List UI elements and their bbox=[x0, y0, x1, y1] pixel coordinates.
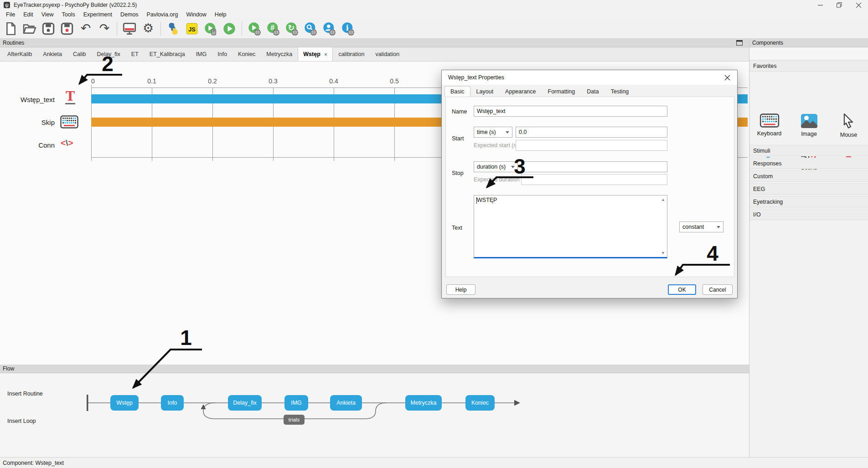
dialog-tab[interactable]: Layout bbox=[470, 86, 500, 97]
run-online-icon[interactable] bbox=[247, 21, 262, 36]
menu-item[interactable]: View bbox=[37, 11, 58, 18]
insert-loop-label[interactable]: Insert Loop bbox=[7, 418, 36, 424]
window-controls bbox=[811, 0, 868, 10]
routine-tab-label: Delay_fix bbox=[97, 51, 120, 57]
routine-tab[interactable]: Info × bbox=[212, 47, 232, 61]
sync-pavlovia-icon[interactable]: ↻ bbox=[284, 21, 299, 36]
ok-button[interactable]: OK bbox=[668, 284, 696, 295]
time-tick-label: 0.2 bbox=[208, 77, 217, 85]
routine-tab[interactable]: Koniec × bbox=[232, 47, 261, 61]
redo-icon[interactable]: ↷ bbox=[97, 21, 112, 36]
pavlovia-user-icon[interactable] bbox=[322, 21, 336, 36]
stop-value-input[interactable] bbox=[521, 161, 667, 172]
expected-start-input[interactable] bbox=[516, 140, 667, 151]
component-image[interactable]: Image bbox=[789, 110, 829, 138]
component-section[interactable]: I/O bbox=[749, 209, 868, 220]
flow-routine-info[interactable]: Info bbox=[161, 395, 184, 411]
name-input[interactable] bbox=[474, 106, 667, 117]
timeline-row-label: Skip bbox=[0, 118, 55, 126]
flow-loop-trials[interactable]: trials bbox=[284, 415, 305, 425]
component-mouse[interactable]: Mouse bbox=[829, 110, 868, 138]
insert-routine-label[interactable]: Insert Routine bbox=[7, 391, 43, 397]
flow-routine-delay-fix[interactable]: Delay_fix bbox=[228, 395, 262, 411]
close-tab-icon[interactable]: × bbox=[324, 51, 328, 58]
save-icon[interactable] bbox=[41, 21, 56, 36]
compile-js-icon[interactable]: JS bbox=[185, 21, 199, 36]
dialog-close-icon[interactable] bbox=[723, 74, 731, 81]
routine-tab[interactable]: ET × bbox=[126, 47, 144, 61]
save-as-icon[interactable] bbox=[60, 21, 74, 36]
menu-item[interactable]: Experiment bbox=[79, 11, 116, 18]
code-component-icon[interactable]: <\> bbox=[61, 138, 73, 148]
text-component-icon[interactable]: T bbox=[64, 90, 76, 104]
routine-tab[interactable]: validation × bbox=[370, 47, 405, 61]
dialog-tab[interactable]: Formatting bbox=[542, 86, 581, 97]
routine-tab-label: Wstęp bbox=[303, 51, 320, 57]
dialog-tab[interactable]: Appearance bbox=[499, 86, 542, 97]
compile-python-icon[interactable] bbox=[166, 21, 181, 36]
close-icon[interactable] bbox=[849, 0, 868, 10]
monitor-settings-icon[interactable] bbox=[122, 21, 137, 36]
help-button[interactable]: Help bbox=[446, 284, 475, 295]
menu-item[interactable]: Tools bbox=[58, 11, 79, 18]
menu-item[interactable]: Help bbox=[211, 11, 231, 18]
routine-tab[interactable]: Calib × bbox=[67, 47, 92, 61]
start-type-dropdown[interactable]: time (s) bbox=[474, 127, 512, 138]
routine-tab[interactable]: AfterKalib × bbox=[2, 47, 37, 61]
flow-canvas bbox=[0, 373, 749, 457]
dialog-tab[interactable]: Data bbox=[581, 86, 604, 97]
component-section[interactable]: EEG bbox=[749, 183, 868, 195]
component-keyboard[interactable]: Keyboard bbox=[749, 110, 789, 138]
routine-tab[interactable]: IMG × bbox=[191, 47, 212, 61]
dialog-tab[interactable]: Testing bbox=[605, 86, 635, 97]
routine-tab[interactable]: calibration × bbox=[333, 47, 370, 61]
run-debug-icon[interactable] bbox=[203, 21, 218, 36]
flow-routine-metryczka[interactable]: Metryczka bbox=[405, 395, 442, 411]
menu-item[interactable]: Edit bbox=[19, 11, 37, 18]
settings-gear-icon[interactable]: ⚙ bbox=[141, 21, 155, 36]
chevron-down-icon bbox=[717, 226, 720, 228]
cancel-button[interactable]: Cancel bbox=[703, 284, 733, 295]
flow-routine-ankieta[interactable]: Ankieta bbox=[330, 395, 362, 411]
text-value-textarea[interactable]: WSTĘP ▲ ▼ bbox=[474, 195, 667, 258]
component-section[interactable]: Custom bbox=[749, 170, 868, 182]
undo-icon[interactable]: ↶ bbox=[78, 21, 93, 36]
component-section[interactable]: Responses bbox=[749, 158, 868, 169]
run-icon[interactable] bbox=[222, 21, 237, 36]
search-pavlovia-icon[interactable] bbox=[303, 21, 318, 36]
restore-icon[interactable] bbox=[830, 0, 849, 10]
component-section[interactable]: Eyetracking bbox=[749, 196, 868, 207]
scroll-down-icon[interactable]: ▼ bbox=[661, 251, 665, 255]
dialog-tab[interactable]: Basic bbox=[444, 86, 470, 97]
routine-tab[interactable]: ET_Kalibracja × bbox=[144, 47, 191, 61]
routine-tab[interactable]: Wstęp × bbox=[298, 47, 333, 61]
open-file-icon[interactable] bbox=[22, 21, 37, 36]
component-section[interactable]: Stimuli bbox=[749, 145, 868, 156]
stop-type-dropdown[interactable]: duration (s) bbox=[474, 161, 518, 172]
flow-routine-koniec[interactable]: Koniec bbox=[465, 395, 495, 411]
flow-routine-wstep[interactable]: Wstęp bbox=[110, 395, 139, 411]
section-favorites[interactable]: Favorites bbox=[749, 60, 868, 72]
menu-item[interactable]: File bbox=[2, 11, 19, 18]
new-file-icon[interactable] bbox=[4, 21, 18, 36]
routine-tab[interactable]: Delay_fix × bbox=[91, 47, 125, 61]
dialog-tabbar: BasicLayoutAppearanceFormattingDataTesti… bbox=[444, 85, 635, 97]
menu-item[interactable]: Pavlovia.org bbox=[143, 11, 182, 18]
minimize-icon[interactable] bbox=[811, 0, 830, 10]
routine-tab[interactable]: Ankieta × bbox=[37, 47, 67, 61]
run-online-debug-icon[interactable]: # bbox=[266, 21, 280, 36]
flow-routine-img[interactable]: IMG bbox=[284, 395, 308, 411]
scroll-up-icon[interactable]: ▲ bbox=[661, 197, 665, 202]
keyboard-component-icon[interactable] bbox=[60, 115, 78, 130]
components-panel-header: Components bbox=[749, 39, 868, 47]
routine-tab[interactable]: Metryczka × bbox=[261, 47, 298, 61]
name-field-label: Name bbox=[452, 108, 467, 115]
start-value-input[interactable] bbox=[516, 127, 667, 138]
float-panel-icon[interactable] bbox=[736, 40, 743, 47]
expected-duration-input[interactable] bbox=[521, 174, 667, 185]
pavlovia-info-icon[interactable]: i bbox=[341, 21, 355, 36]
routine-tab-label: calibration bbox=[338, 51, 364, 57]
text-update-dropdown[interactable]: constant bbox=[679, 221, 723, 232]
menu-item[interactable]: Demos bbox=[116, 11, 143, 18]
menu-item[interactable]: Window bbox=[182, 11, 210, 18]
